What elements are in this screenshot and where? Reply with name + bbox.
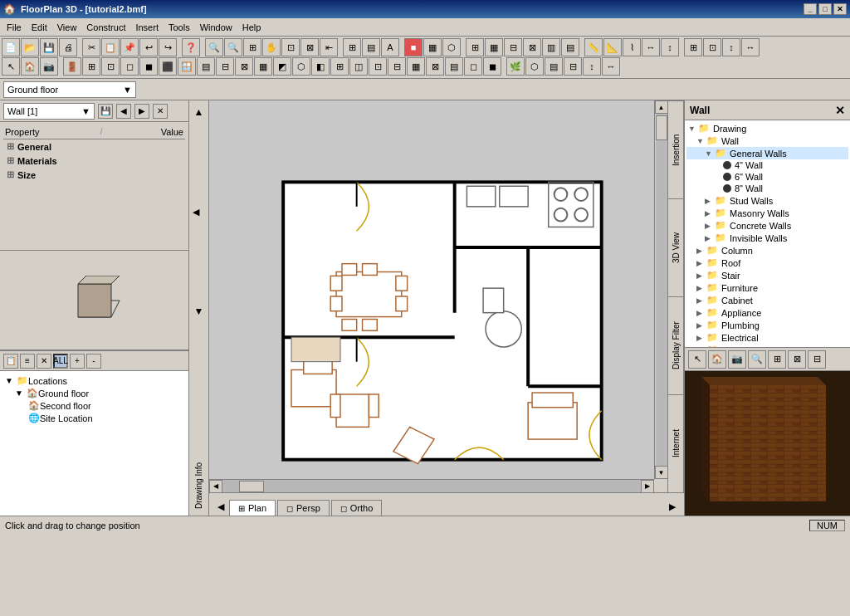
h-scrollbar[interactable]: ◀ ▶ — [209, 479, 654, 492]
display-filter-label[interactable]: Display Filter — [668, 296, 683, 394]
right-panel-close-btn[interactable]: ✕ — [835, 104, 845, 117]
zoom-prev-btn[interactable]: ⇤ — [320, 38, 338, 56]
obj17[interactable]: ⊡ — [369, 57, 387, 76]
extra2-btn[interactable]: ⊡ — [703, 38, 721, 56]
tree-add-btn[interactable]: + — [70, 354, 85, 369]
obj16[interactable]: ◫ — [349, 57, 368, 76]
rp-obj3-btn[interactable]: ⊟ — [808, 350, 826, 369]
outer-restore-btn[interactable]: □ — [818, 3, 832, 15]
tree-ground-floor[interactable]: ▼ 🏠 Ground floor — [13, 387, 185, 399]
terr4[interactable]: ⊟ — [564, 57, 582, 76]
rt-general-walls[interactable]: ▼ 📁 General Walls — [686, 147, 848, 159]
rt-stair[interactable]: ▶ 📁 Stair — [686, 269, 848, 281]
new-btn[interactable]: 📄 — [2, 38, 20, 56]
paste-btn[interactable]: 📌 — [120, 38, 139, 56]
obj15[interactable]: ⊞ — [330, 57, 349, 76]
menu-file[interactable]: File — [2, 21, 27, 34]
menu-insert[interactable]: Insert — [130, 21, 164, 34]
rp-zoom-btn[interactable]: 🔍 — [748, 350, 766, 369]
nav-down-btn[interactable]: ▼ — [191, 303, 208, 320]
menu-edit[interactable]: Edit — [27, 21, 52, 34]
rt-plumbing[interactable]: ▶ 📁 Plumbing — [686, 319, 848, 331]
h-scroll-right-btn[interactable]: ▶ — [641, 480, 654, 493]
prop-next-btn[interactable]: ▶ — [134, 104, 149, 119]
rt-masonry-walls[interactable]: ▶ 📁 Masonry Walls — [686, 207, 848, 219]
grid2-btn[interactable]: ▦ — [485, 38, 503, 56]
rp-obj2-btn[interactable]: ⊠ — [788, 350, 806, 369]
draw3-btn[interactable]: ⬡ — [442, 38, 461, 56]
h-scroll-track[interactable] — [222, 480, 641, 493]
undo-btn[interactable]: ↩ — [139, 38, 158, 56]
grid1-btn[interactable]: ⊞ — [466, 38, 484, 56]
rt-drawing[interactable]: ▼ 📁 Drawing — [686, 122, 848, 134]
outer-close-btn[interactable]: ✕ — [833, 3, 847, 15]
pan-btn[interactable]: ✋ — [262, 38, 281, 56]
terr3[interactable]: ▤ — [545, 57, 563, 76]
tab-nav-left[interactable]: ◀ — [212, 497, 229, 516]
copy-btn[interactable]: 📋 — [101, 38, 120, 56]
rt-cabinet[interactable]: ▶ 📁 Cabinet — [686, 294, 848, 306]
tree-site-location[interactable]: 🌐 Site Location — [23, 412, 185, 424]
nav-left-btn[interactable]: ◀ — [193, 207, 206, 218]
terr1[interactable]: 🌿 — [506, 57, 525, 76]
obj20[interactable]: ⊠ — [426, 57, 444, 76]
floor-selector[interactable]: Ground floor ▼ — [3, 81, 136, 98]
extra1-btn[interactable]: ⊞ — [684, 38, 702, 56]
terr5[interactable]: ↕ — [583, 57, 601, 76]
rt-wall[interactable]: ▼ 📁 Wall — [686, 134, 848, 147]
zoom-in-btn[interactable]: 🔍 — [224, 38, 242, 56]
h-scroll-left-btn[interactable]: ◀ — [209, 480, 222, 493]
rt-furniture[interactable]: ▶ 📁 Furniture — [686, 281, 848, 294]
grid6-btn[interactable]: ▤ — [561, 38, 579, 56]
house-btn[interactable]: 🏠 — [21, 57, 39, 76]
v-scroll-track[interactable] — [656, 114, 667, 466]
terr2[interactable]: ⬡ — [525, 57, 544, 76]
meas2-btn[interactable]: 📐 — [603, 38, 622, 56]
redo-btn[interactable]: ↪ — [159, 38, 177, 56]
rt-appliance[interactable]: ▶ 📁 Appliance — [686, 306, 848, 319]
rt-6inch-wall[interactable]: 6" Wall — [686, 171, 848, 183]
meas3-btn[interactable]: ⌇ — [623, 38, 641, 56]
obj10[interactable]: ⊠ — [235, 57, 253, 76]
grid5-btn[interactable]: ▥ — [542, 38, 560, 56]
extra3-btn[interactable]: ↕ — [722, 38, 740, 56]
view1-btn[interactable]: ⊞ — [343, 38, 361, 56]
property-selector[interactable]: Wall [1] ▼ — [3, 103, 95, 120]
rp-house-btn[interactable]: 🏠 — [708, 350, 726, 369]
tab-plan[interactable]: ⊞ Plan — [229, 500, 276, 516]
v-scroll-up-btn[interactable]: ▲ — [655, 100, 668, 114]
obj18[interactable]: ⊟ — [388, 57, 406, 76]
prop-size[interactable]: ⊞ Size — [3, 168, 185, 182]
save-btn[interactable]: 💾 — [40, 38, 58, 56]
v-scroll-down-btn[interactable]: ▼ — [655, 466, 668, 479]
cam-btn[interactable]: 📷 — [40, 57, 58, 76]
menu-window[interactable]: Window — [195, 21, 237, 34]
rt-4inch-wall[interactable]: 4" Wall — [686, 159, 848, 171]
menu-tools[interactable]: Tools — [164, 21, 195, 34]
meas1-btn[interactable]: 📏 — [584, 38, 603, 56]
grid4-btn[interactable]: ⊠ — [523, 38, 541, 56]
rt-8inch-wall[interactable]: 8" Wall — [686, 183, 848, 194]
view2-btn[interactable]: ▤ — [362, 38, 380, 56]
rp-select-btn[interactable]: ↖ — [688, 350, 706, 369]
draw1-btn[interactable]: ■ — [404, 38, 423, 56]
nav-up-btn[interactable]: ▲ — [191, 104, 208, 120]
obj7[interactable]: 🪟 — [178, 57, 196, 76]
obj4[interactable]: ◻ — [120, 57, 139, 76]
rt-roof[interactable]: ▶ 📁 Roof — [686, 257, 848, 269]
open-btn[interactable]: 📂 — [21, 38, 39, 56]
obj13[interactable]: ⬡ — [292, 57, 310, 76]
obj8[interactable]: ▤ — [197, 57, 215, 76]
tree-remove-btn[interactable]: - — [86, 354, 101, 369]
tab-persp[interactable]: ◻ Persp — [277, 500, 330, 516]
select-btn[interactable]: ↖ — [2, 57, 20, 76]
menu-help[interactable]: Help — [237, 21, 266, 34]
h-scroll-thumb[interactable] — [239, 481, 264, 492]
rt-electrical[interactable]: ▶ 📁 Electrical — [686, 331, 848, 344]
obj12[interactable]: ◩ — [273, 57, 291, 76]
obj21[interactable]: ▤ — [445, 57, 463, 76]
obj19[interactable]: ▦ — [407, 57, 425, 76]
obj9[interactable]: ⊟ — [216, 57, 234, 76]
rt-invisible-walls[interactable]: ▶ 📁 Invisible Walls — [686, 232, 848, 244]
tree-locations[interactable]: ▼ 📁 Locations — [3, 374, 185, 387]
